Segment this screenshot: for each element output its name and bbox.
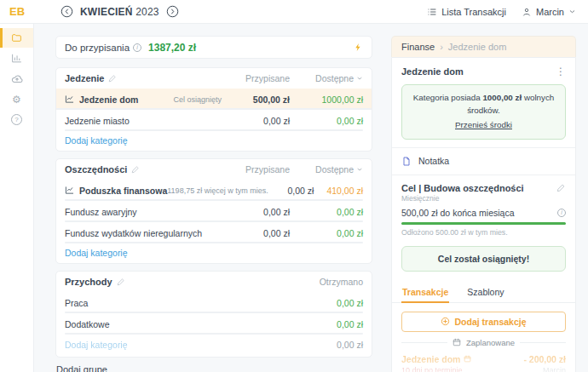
goal-target-row: 500,00 zł do końca miesiąca i (401, 208, 566, 218)
category-row-jedzenie-dom[interactable]: Jedzenie dom Cel osiągnięty 500,00 zł 10… (56, 89, 372, 110)
received-value[interactable]: 0,00 zł (295, 298, 363, 308)
group-title: Jedzenie (65, 73, 104, 83)
group-header: Jedzenie Przypisane Dostępne (65, 68, 363, 89)
category-row-dodatkowe[interactable]: Dodatkowe 0,00 zł (65, 313, 363, 335)
month-label: KWIECIEŃ 2023 (80, 6, 159, 18)
note-row[interactable]: Notatka (401, 156, 566, 167)
gear-icon: ⚙ (12, 94, 21, 105)
to-assign-bar: Do przypisania i 1387,20 zł (55, 36, 372, 59)
move-funds-link[interactable]: Przenieś środki (455, 118, 512, 131)
content-area: Do przypisania i 1387,20 zł Jedzenie Prz… (34, 24, 588, 372)
category-row-fundusz-wydatkow[interactable]: Fundusz wydatków nieregularnych 0,00 zł … (65, 222, 363, 243)
goal-progress-note: Odłożono 500.00 zł w tym mies. (401, 228, 566, 237)
arrow-left-circle-icon (61, 5, 73, 18)
goal-progress-bar (401, 222, 566, 225)
free-funds-box: Kategoria posiada 1000,00 zł wolnych śro… (401, 84, 566, 140)
column-header-received: Otrzymano (290, 277, 363, 287)
category-name: Dodatkowe (65, 319, 110, 329)
edit-group-icon[interactable] (117, 278, 125, 286)
group-title: Oszczędności (65, 164, 127, 175)
edit-group-icon[interactable] (108, 74, 117, 83)
edit-group-icon[interactable] (131, 165, 140, 174)
tab-transactions[interactable]: Transakcje (401, 282, 449, 303)
assigned-value[interactable]: 0,00 zł (268, 186, 314, 196)
category-name: Jedzenie dom (79, 94, 138, 105)
add-group-link[interactable]: Dodaj grupę (55, 364, 372, 372)
available-value[interactable]: 1000,00 zł (290, 94, 363, 105)
category-row-praca[interactable]: Praca 0,00 zł (65, 292, 363, 313)
app-logo: EB (0, 5, 34, 18)
note-label: Notatka (418, 156, 449, 166)
info-icon[interactable]: i (133, 43, 141, 52)
category-row-jedzenie-miasto[interactable]: Jedzenie miasto 0,00 zł 0,00 zł (65, 110, 363, 131)
budget-column: Do przypisania i 1387,20 zł Jedzenie Prz… (55, 36, 372, 372)
column-header-available-label: Dostępne (315, 164, 354, 175)
planned-divider: Zaplanowane (401, 338, 566, 347)
panel-title-row: Jedzenie dom ⋮ (401, 66, 566, 77)
planned-transaction-line2: 10 dni po terminie Marcin (401, 366, 566, 372)
transactions-list-link[interactable]: Lista Transakcji (427, 7, 506, 17)
assigned-value[interactable]: 0,00 zł (222, 228, 290, 238)
add-category-link[interactable]: Dodaj kategorię (65, 243, 363, 261)
sidebar-item-help[interactable]: ? (0, 110, 33, 129)
to-assign-amount: 1387,20 zł (148, 42, 196, 54)
year-label: 2023 (135, 6, 159, 18)
category-goal-note: 1198,75 zł więcej w tym mies. (167, 186, 268, 195)
column-header-available[interactable]: Dostępne (290, 164, 363, 175)
column-header-available-label: Dostępne (315, 73, 354, 83)
prev-month-button[interactable] (61, 5, 73, 18)
assigned-value[interactable]: 500,00 zł (222, 94, 290, 105)
column-header-available[interactable]: Dostępne (290, 73, 363, 83)
kebab-menu-icon[interactable]: ⋮ (556, 66, 566, 77)
goal-chart-icon (65, 94, 74, 104)
planned-transaction-row[interactable]: Jedzenie dom - 200,00 zł 10 dni po termi… (401, 351, 566, 372)
breadcrumb-category: Jedzenie dom (448, 42, 507, 52)
info-icon[interactable]: i (557, 209, 566, 217)
chevron-down-icon (356, 75, 363, 82)
sidebar-item-sync[interactable] (0, 69, 33, 89)
available-value[interactable]: 410,00 zł (314, 186, 363, 196)
add-transaction-label: Dodaj transakcję (454, 317, 526, 327)
available-value[interactable]: 0,00 zł (290, 207, 363, 217)
bar-chart-icon (11, 53, 22, 64)
to-assign-label: Do przypisania (65, 43, 130, 53)
planned-transaction-amount: - 200,00 zł (523, 354, 566, 364)
breadcrumb-group[interactable]: Finanse (401, 42, 435, 52)
add-category-link[interactable]: Dodaj kategorię (65, 340, 128, 350)
category-name: Jedzenie miasto (65, 116, 130, 126)
cloud-upload-icon (11, 73, 23, 85)
user-icon (522, 7, 532, 17)
user-menu[interactable]: Marcin (522, 7, 576, 17)
add-transaction-button[interactable]: Dodaj transakcję (401, 312, 566, 332)
assigned-value[interactable]: 0,00 zł (222, 116, 290, 126)
goal-header: Cel | Budowa oszczędności Miesięcznie (401, 183, 566, 203)
group-card-przychody: Przychody Otrzymano Praca 0,00 zł Dodatk… (55, 271, 372, 358)
available-value[interactable]: 0,00 zł (290, 228, 363, 238)
edit-goal-icon[interactable] (556, 183, 566, 192)
assigned-value[interactable]: 0,00 zł (222, 207, 290, 217)
goal-frequency: Miesięcznie (401, 194, 524, 203)
planned-transaction-category: Jedzenie dom (401, 354, 460, 364)
category-name: Fundusz wydatków nieregularnych (65, 228, 202, 238)
quick-assign-button[interactable] (354, 42, 363, 53)
user-name: Marcin (536, 7, 564, 17)
planned-transaction-line1: Jedzenie dom - 200,00 zł (401, 354, 566, 364)
category-row-poduszka-finansowa[interactable]: Poduszka finansowa 1198,75 zł więcej w t… (65, 180, 363, 201)
planned-transaction-user: Marcin (543, 366, 566, 372)
sidebar-item-settings[interactable]: ⚙ (0, 89, 33, 109)
category-progress-track (65, 129, 363, 131)
tab-templates[interactable]: Szablony (466, 282, 504, 302)
category-row-fundusz-awaryjny[interactable]: Fundusz awaryjny 0,00 zł 0,00 zł (65, 201, 363, 222)
free-funds-text-before: Kategoria posiada (413, 93, 481, 102)
next-month-button[interactable] (166, 5, 179, 18)
plus-circle-icon (441, 317, 450, 326)
received-value[interactable]: 0,00 zł (295, 319, 363, 329)
available-value[interactable]: 0,00 zł (290, 116, 363, 126)
add-category-link[interactable]: Dodaj kategorię (65, 131, 363, 149)
lightning-icon (354, 42, 363, 53)
sidebar-item-budget[interactable] (0, 28, 33, 48)
sidebar-item-reports[interactable] (0, 49, 33, 68)
category-name: Praca (65, 298, 88, 308)
goal-target: 500,00 zł do końca miesiąca (401, 208, 515, 218)
planned-transaction-status: 10 dni po terminie (401, 366, 463, 372)
